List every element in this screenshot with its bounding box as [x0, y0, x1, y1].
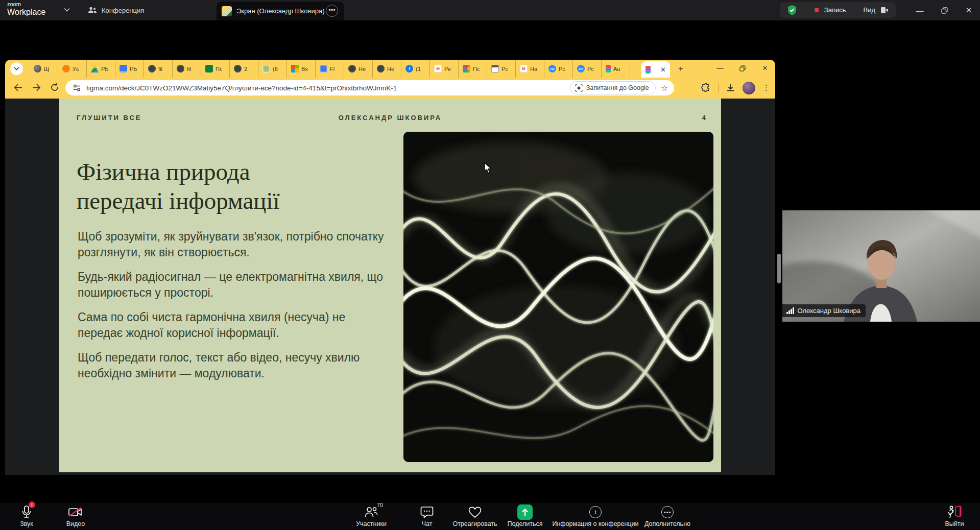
browser-content: ГЛУШИТИ ВСЕ ОЛЕКСАНДР ШКОВИРА 4 Фізична … — [5, 99, 775, 475]
site-info-icon[interactable] — [73, 84, 81, 92]
browser-tab[interactable]: MРе — [430, 60, 459, 78]
browser-tab[interactable]: Fl — [316, 60, 344, 78]
chevron-down-icon — [14, 67, 19, 70]
tab-close-icon[interactable]: ✕ — [660, 66, 666, 73]
tab-label: На — [530, 66, 537, 72]
extensions-icon[interactable] — [701, 83, 711, 93]
reload-icon[interactable] — [50, 83, 59, 92]
tab-meeting[interactable]: Конференция — [88, 0, 144, 20]
window-restore-button[interactable] — [933, 0, 955, 20]
browser-close-button[interactable]: ✕ — [755, 60, 775, 77]
more-button[interactable]: ••• Дополнительно — [639, 503, 696, 530]
browser-tab[interactable]: fil — [173, 60, 201, 78]
browser-tab[interactable]: РЬ — [115, 60, 144, 78]
browser-tab[interactable]: f(1 — [401, 60, 430, 78]
video-button[interactable]: Видео — [59, 503, 92, 530]
tab-meeting-label: Конференция — [102, 7, 144, 14]
bookmark-star-icon[interactable]: ☆ — [661, 83, 668, 93]
slide-title-line1: Фізична природа — [77, 158, 250, 185]
browser-tab[interactable]: 2. — [230, 60, 258, 78]
new-tab-button[interactable]: + — [675, 63, 686, 75]
participant-video[interactable]: Олександр Шковира — [782, 210, 980, 322]
tab-label: Вх — [301, 66, 308, 72]
browser-tab[interactable]: Ує — [58, 60, 87, 78]
chat-label: Чат — [422, 520, 433, 527]
clip-favicon — [320, 65, 327, 73]
leave-label: Выйти — [945, 520, 964, 527]
view-label[interactable]: Вид — [863, 6, 875, 14]
browser-tab[interactable]: (6 — [258, 60, 287, 78]
leave-button[interactable]: Выйти — [936, 503, 973, 530]
browser-tab[interactable]: Рс — [487, 60, 516, 78]
browser-tab[interactable]: MНа — [516, 60, 544, 78]
browser-minimize-button[interactable]: — — [710, 60, 730, 77]
browser-tab[interactable]: Вх — [287, 60, 316, 78]
figma-favicon — [606, 65, 611, 73]
leave-meeting-icon — [947, 505, 962, 519]
browser-tab-active[interactable]: ✕ — [641, 61, 670, 78]
slide-paragraph: Щоб передати голос, текст або відео, нес… — [78, 350, 384, 381]
tab-label: РЬ — [130, 66, 137, 72]
docs-favicon — [119, 65, 127, 73]
audio-label: Звук — [20, 520, 33, 527]
browser-tab[interactable]: Не — [344, 60, 373, 78]
url-bar[interactable]: figma.com/deck/JC0TWzO21WWZ3Matiy5e7Q/гл… — [65, 80, 674, 95]
restore-icon — [739, 65, 746, 71]
tab-screen-label: Экран (Олександр Шковира) — [236, 7, 325, 15]
scrollbar-thumb[interactable] — [777, 254, 781, 283]
moodle-favicon — [62, 65, 70, 73]
window-close-button[interactable]: ✕ — [958, 0, 980, 20]
browser-restore-button[interactable] — [732, 60, 753, 77]
browser-tab[interactable]: Щ — [30, 60, 58, 78]
browser-tab[interactable]: Пс — [201, 60, 230, 78]
browser-tab[interactable]: Не — [373, 60, 401, 78]
share-button[interactable]: Поделиться — [505, 503, 545, 530]
recording-label[interactable]: Запись — [824, 6, 846, 14]
tab-more-icon[interactable]: ••• — [326, 5, 338, 17]
browser-tab[interactable]: Пс — [459, 60, 487, 78]
participants-button[interactable]: 70 Участники — [350, 503, 393, 530]
browser-tab[interactable]: Аu — [602, 60, 630, 78]
env-favicon — [262, 65, 270, 73]
browser-tab[interactable]: zmРс — [573, 60, 602, 78]
chat-button[interactable]: Чат — [413, 503, 441, 530]
presentation-slide: ГЛУШИТИ ВСЕ ОЛЕКСАНДР ШКОВИРА 4 Фізична … — [59, 99, 721, 472]
audio-warning-badge: ! — [29, 501, 35, 508]
tab-search-button[interactable] — [10, 62, 23, 75]
wave-photo-graphic — [403, 132, 713, 462]
slide-title-line2: передачі інформації — [77, 187, 280, 214]
chevron-down-icon[interactable] — [64, 8, 70, 12]
profile-avatar[interactable] — [743, 82, 755, 94]
gmail-favicon: M — [520, 65, 528, 73]
browser-menu-icon[interactable]: ⋮ — [762, 83, 770, 92]
slide-paragraph: Сама по собі чиста гармонічна хвиля (нес… — [78, 309, 384, 341]
globe-favicon — [148, 65, 156, 73]
security-shield-icon[interactable] — [787, 5, 797, 16]
browser-tab[interactable]: zmРс — [544, 60, 573, 78]
tab-label: РЬ — [101, 66, 109, 72]
tab-label: Рс — [501, 66, 508, 72]
tab-label: Пс — [473, 66, 480, 72]
zoom-titlebar: zoom Workplace Конференция Экран (Олекса… — [0, 0, 980, 20]
participant-name: Олександр Шковира — [798, 307, 861, 315]
view-layout-icon — [880, 7, 889, 14]
meeting-status-pill: Запись Вид — [780, 2, 896, 18]
browser-tab[interactable]: fil — [144, 60, 173, 78]
browser-tab[interactable]: РЬ — [87, 60, 115, 78]
google-lens-button[interactable]: Запитання до Google — [570, 81, 656, 94]
tab-label: Рс — [559, 66, 565, 72]
forward-icon[interactable] — [32, 83, 41, 92]
screen-share-thumbnail-icon — [222, 6, 232, 16]
audio-button[interactable]: ! Звук — [10, 503, 43, 530]
slide-page-number: 4 — [702, 114, 706, 122]
meeting-info-button[interactable]: i Информация о конференции — [544, 503, 647, 530]
tab-label: (1 — [416, 66, 421, 72]
download-icon[interactable] — [726, 83, 735, 93]
more-ellipsis-icon: ••• — [661, 506, 674, 518]
tab-screen-share[interactable]: Экран (Олександр Шковира) — [217, 2, 344, 20]
tab-label: Fl — [330, 66, 334, 72]
gmail-favicon: M — [434, 65, 442, 73]
window-minimize-button[interactable]: — — [909, 0, 931, 20]
back-icon[interactable] — [13, 83, 23, 92]
react-button[interactable]: Отреагировать — [447, 503, 503, 530]
